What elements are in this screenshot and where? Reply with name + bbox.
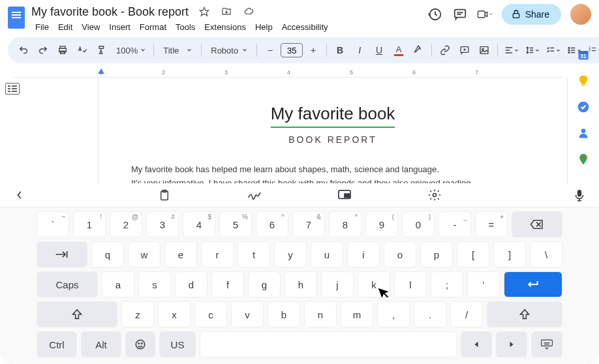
key-2[interactable]: 2@ <box>110 211 142 237</box>
key-0[interactable]: 0) <box>402 211 435 237</box>
key-enter[interactable] <box>504 271 562 297</box>
star-icon[interactable] <box>196 4 212 20</box>
key-][interactable]: ] <box>493 241 526 267</box>
key-alt[interactable]: Alt <box>81 331 121 357</box>
spellcheck-button[interactable] <box>73 41 91 59</box>
key-j[interactable]: j <box>321 271 354 297</box>
paragraph-style-select[interactable]: Title <box>158 41 197 59</box>
key--[interactable]: -_ <box>438 211 471 237</box>
kb-mic-icon[interactable] <box>570 186 589 204</box>
keep-icon[interactable] <box>577 74 590 87</box>
bold-button[interactable]: B <box>331 41 349 59</box>
key-f[interactable]: f <box>211 271 244 297</box>
menu-file[interactable]: File <box>31 21 53 33</box>
key-w[interactable]: w <box>128 241 161 267</box>
outline-toggle-icon[interactable] <box>5 83 20 95</box>
menu-help[interactable]: Help <box>251 21 277 33</box>
key-z[interactable]: z <box>121 301 154 327</box>
highlight-button[interactable] <box>409 41 427 59</box>
kb-floating-icon[interactable] <box>335 186 354 204</box>
docs-logo-icon[interactable] <box>8 7 25 29</box>
key-3[interactable]: 3# <box>146 211 179 237</box>
key-i[interactable]: i <box>347 241 380 267</box>
user-avatar[interactable] <box>570 4 591 25</box>
key-caps[interactable]: Caps <box>37 271 98 297</box>
key-=[interactable]: =+ <box>475 211 508 237</box>
key-y[interactable]: y <box>274 241 307 267</box>
key-8[interactable]: 8* <box>329 211 361 237</box>
key-shift-right[interactable] <box>487 301 562 327</box>
key-5[interactable]: 5% <box>219 211 252 237</box>
print-button[interactable] <box>54 41 72 59</box>
key-[[interactable]: [ <box>457 241 489 267</box>
contacts-icon[interactable] <box>577 127 590 140</box>
key-v[interactable]: v <box>231 301 264 327</box>
key-6[interactable]: 6^ <box>256 211 288 237</box>
key-a[interactable]: a <box>102 271 134 297</box>
menu-accessibility[interactable]: Accessibility <box>278 21 332 33</box>
menu-extensions[interactable]: Extensions <box>200 21 250 33</box>
key-t[interactable]: t <box>238 241 270 267</box>
maps-icon[interactable] <box>577 153 590 166</box>
align-button[interactable] <box>502 41 521 59</box>
move-icon[interactable] <box>219 4 234 20</box>
key-n[interactable]: n <box>304 301 337 327</box>
key-x[interactable]: x <box>158 301 191 327</box>
document-title[interactable]: My favorite book - Book report <box>31 5 189 19</box>
key-;[interactable]: ; <box>431 271 463 297</box>
key-r[interactable]: r <box>201 241 234 267</box>
key-emoji[interactable] <box>125 331 155 357</box>
document-page[interactable]: My favorite book BOOK REPORT My favorite… <box>98 78 568 190</box>
horizontal-ruler[interactable]: 1234567 <box>13 67 562 78</box>
key-/[interactable]: / <box>450 301 483 327</box>
key-arrow-left[interactable] <box>461 331 492 357</box>
underline-button[interactable]: U <box>370 41 388 59</box>
page-title[interactable]: My favorite book <box>271 104 395 128</box>
paint-format-button[interactable] <box>93 41 111 59</box>
text-color-button[interactable]: A <box>390 41 408 59</box>
key-g[interactable]: g <box>248 271 281 297</box>
key-s[interactable]: s <box>138 271 171 297</box>
kb-clipboard-icon[interactable] <box>155 186 174 204</box>
add-comment-button[interactable] <box>455 41 474 59</box>
meet-icon[interactable] <box>477 7 493 22</box>
kb-settings-icon[interactable] <box>425 186 444 204</box>
key-backspace[interactable] <box>512 211 562 237</box>
key-d[interactable]: d <box>175 271 207 297</box>
key-u[interactable]: u <box>311 241 343 267</box>
key-language[interactable]: US <box>159 331 196 357</box>
key-m[interactable]: m <box>341 301 373 327</box>
key-ctrl[interactable]: Ctrl <box>37 331 77 357</box>
key-'[interactable]: ' <box>467 271 500 297</box>
key-4[interactable]: 4$ <box>183 211 215 237</box>
key-1[interactable]: 1! <box>73 211 106 237</box>
menu-edit[interactable]: Edit <box>54 21 76 33</box>
menu-view[interactable]: View <box>78 21 104 33</box>
insert-image-button[interactable] <box>475 41 493 59</box>
menu-format[interactable]: Format <box>136 21 170 33</box>
key-h[interactable]: h <box>284 271 317 297</box>
key-9[interactable]: 9( <box>365 211 398 237</box>
key-arrow-right[interactable] <box>496 331 527 357</box>
cloud-status-icon[interactable] <box>241 4 256 20</box>
page-subtitle[interactable]: BOOK REPORT <box>131 134 534 145</box>
checklist-button[interactable] <box>544 41 563 59</box>
font-size-decrease[interactable]: − <box>261 41 279 59</box>
comments-icon[interactable] <box>452 7 468 22</box>
tasks-icon[interactable] <box>577 100 590 114</box>
key-hide-keyboard[interactable] <box>531 331 562 357</box>
key-,[interactable]: , <box>377 301 410 327</box>
key-\[interactable]: \ <box>530 241 562 267</box>
key-k[interactable]: k <box>358 271 390 297</box>
key-7[interactable]: 7& <box>292 211 325 237</box>
key-q[interactable]: q <box>91 241 124 267</box>
key-shift-left[interactable] <box>37 301 117 327</box>
redo-button[interactable] <box>34 41 52 59</box>
key-o[interactable]: o <box>384 241 416 267</box>
key-p[interactable]: p <box>420 241 453 267</box>
key-.[interactable]: . <box>414 301 446 327</box>
kb-handwriting-icon[interactable] <box>245 186 264 204</box>
key-l[interactable]: l <box>394 271 427 297</box>
key-e[interactable]: e <box>164 241 197 267</box>
key-c[interactable]: c <box>194 301 227 327</box>
